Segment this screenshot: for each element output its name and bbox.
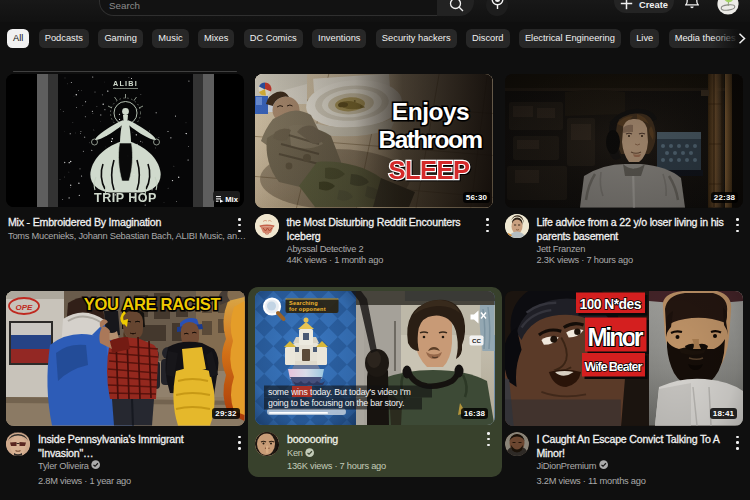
svg-text:going to be focusing on the ba: going to be focusing on the bar story.: [268, 398, 404, 408]
svg-text:100 N*des: 100 N*des: [579, 296, 641, 312]
svg-text:Wife Beater: Wife Beater: [584, 359, 642, 374]
svg-text:Searching: Searching: [289, 300, 318, 306]
svg-text:SLEEP: SLEEP: [388, 156, 470, 184]
svg-text:Minor: Minor: [587, 323, 643, 351]
svg-text:for opponent: for opponent: [289, 306, 326, 312]
svg-text:Enjoys: Enjoys: [392, 98, 469, 125]
svg-text:CC: CC: [472, 337, 481, 344]
svg-text:TRIP HOP: TRIP HOP: [94, 191, 157, 205]
svg-text:ALIBI: ALIBI: [113, 79, 138, 88]
svg-text:Bathroom: Bathroom: [379, 126, 483, 153]
svg-text:Mix: Mix: [225, 195, 238, 204]
svg-text:some wins today. But today's v: some wins today. But today's video I'm: [268, 386, 411, 396]
